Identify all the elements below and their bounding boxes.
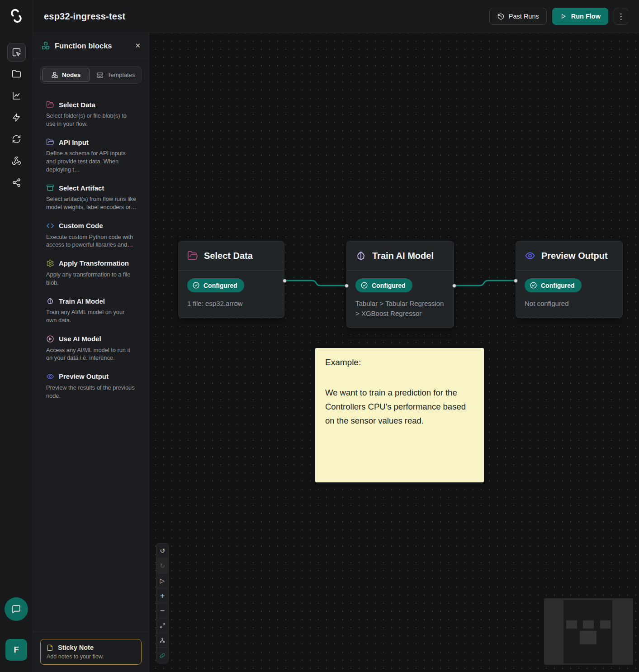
tab-nodes[interactable]: Nodes — [42, 68, 90, 82]
tab-templates-label: Templates — [107, 71, 135, 78]
handle-trainmodel-output[interactable] — [452, 284, 456, 288]
minimap[interactable] — [544, 598, 633, 665]
redo-button[interactable]: ↻ — [156, 558, 168, 573]
chat-button[interactable] — [5, 597, 28, 621]
check-circle-icon — [360, 281, 368, 289]
rail-item-share[interactable] — [7, 173, 26, 192]
node-train-ai-model[interactable]: Train AI Model Configured Tabular > Tabu… — [346, 241, 454, 328]
code-icon — [46, 222, 54, 230]
sticky-note-name: Sticky Note — [58, 644, 94, 651]
status-badge-label: Configured — [204, 282, 237, 289]
flow-title: esp32-ingress-test — [44, 11, 125, 22]
block-desc: Execute custom Python code with access t… — [46, 233, 137, 249]
block-apply-transformation[interactable]: Apply Transformation Apply any transform… — [46, 259, 141, 286]
canvas-sticky-note[interactable]: Example: We want to train a prediction f… — [315, 348, 484, 482]
block-name: Train AI Model — [59, 297, 105, 305]
node-body: Configured Not configured — [516, 271, 622, 318]
edge-trainmodel-previewoutput[interactable] — [454, 281, 516, 286]
block-desc: Select artifact(s) from flow runs like m… — [46, 195, 137, 211]
block-desc: Access any AI/ML model to run it on your… — [46, 346, 137, 362]
node-detail: Not configured — [525, 299, 614, 309]
zap-icon — [12, 113, 21, 122]
check-circle-icon — [530, 281, 537, 289]
status-badge-label: Configured — [541, 282, 575, 289]
run-flow-label: Run Flow — [571, 13, 601, 20]
node-header: Select Data — [179, 241, 284, 271]
past-runs-label: Past Runs — [509, 13, 539, 20]
block-use-ai-model[interactable]: Use AI Model Access any AI/ML model to r… — [46, 335, 141, 362]
auto-layout-button[interactable] — [156, 633, 168, 648]
rail-item-files[interactable] — [7, 65, 26, 83]
handle-trainmodel-input[interactable] — [345, 284, 349, 288]
minimap-node — [600, 620, 611, 629]
rail-item-metrics[interactable] — [7, 86, 26, 105]
topbar: esp32-ingress-test Past Runs Run Flow ⋮ — [33, 0, 639, 33]
undo-button[interactable]: ↺ — [156, 543, 168, 558]
node-body: Configured 1 file: esp32.arrow — [179, 271, 284, 318]
tab-nodes-label: Nodes — [62, 71, 80, 78]
minimap-node — [566, 620, 577, 629]
refresh-icon — [12, 134, 21, 144]
block-api-input[interactable]: API Input Define a schema for API inputs… — [46, 138, 141, 173]
more-options-button[interactable]: ⋮ — [614, 8, 628, 25]
eye-icon — [46, 372, 54, 381]
fit-view-button[interactable] — [156, 618, 168, 633]
sticky-note-block[interactable]: Sticky Note Add notes to your flow. — [40, 639, 142, 665]
handle-previewoutput-input[interactable] — [514, 279, 518, 283]
share-icon — [12, 178, 21, 187]
block-select-artifact[interactable]: Select Artifact Select artifact(s) from … — [46, 184, 141, 211]
block-select-data[interactable]: Select Data Select folder(s) or file blo… — [46, 100, 141, 128]
handle-selectdata-output[interactable] — [283, 279, 287, 283]
topbar-actions: Past Runs Run Flow ⋮ — [489, 8, 628, 25]
node-title: Preview Output — [541, 251, 608, 261]
brain-icon — [355, 250, 366, 261]
blocks-icon — [51, 71, 58, 79]
folder-open-icon — [46, 138, 54, 146]
archive-icon — [46, 184, 54, 192]
hierarchy-icon — [159, 637, 166, 643]
brain-icon — [46, 297, 54, 305]
zoom-in-button[interactable]: + — [156, 588, 168, 603]
avatar-initial: F — [14, 645, 19, 655]
zoom-out-button[interactable]: − — [156, 603, 168, 618]
canvas-toolbar: ↺ ↻ ▷ + − — [156, 543, 169, 663]
logo-icon — [9, 8, 24, 24]
left-rail: F — [0, 0, 33, 672]
check-circle-icon — [192, 281, 200, 289]
flow-canvas[interactable]: Select Data Configured 1 file: esp32.arr… — [149, 33, 639, 672]
rail-item-triggers[interactable] — [7, 108, 26, 127]
rail-item-webhooks[interactable] — [7, 152, 26, 170]
tab-templates[interactable]: Templates — [92, 68, 140, 82]
panel-title: Function blocks — [55, 42, 112, 50]
node-title: Train AI Model — [372, 251, 434, 261]
link-icon — [159, 653, 166, 659]
sticky-note-desc: Add notes to your flow. — [47, 653, 135, 660]
node-detail: 1 file: esp32.arrow — [187, 299, 275, 309]
node-detail: Tabular > Tabular Regression > XGBoost R… — [355, 299, 445, 319]
panel-close-button[interactable]: ✕ — [135, 42, 141, 50]
play-icon — [560, 13, 567, 20]
folder-open-icon — [187, 250, 198, 261]
past-runs-button[interactable]: Past Runs — [489, 8, 547, 25]
block-name: Select Artifact — [59, 184, 104, 192]
block-name: Apply Transformation — [59, 259, 129, 267]
node-select-data[interactable]: Select Data Configured 1 file: esp32.arr… — [178, 241, 284, 318]
block-train-ai-model[interactable]: Train AI Model Train any AI/ML model on … — [46, 297, 141, 324]
edge-selectdata-trainmodel[interactable] — [284, 281, 346, 286]
user-avatar[interactable]: F — [5, 639, 27, 661]
run-button[interactable]: ▷ — [156, 573, 168, 588]
rail-item-sync[interactable] — [7, 130, 26, 148]
run-flow-button[interactable]: Run Flow — [552, 8, 608, 25]
block-desc: Select folder(s) or file blob(s) to use … — [46, 112, 137, 128]
block-list: Select Data Select folder(s) or file blo… — [33, 84, 149, 400]
block-custom-code[interactable]: Custom Code Execute custom Python code w… — [46, 222, 141, 249]
play-circle-icon — [46, 335, 54, 343]
node-preview-output[interactable]: Preview Output Configured Not configured — [516, 241, 623, 318]
link-mode-button[interactable] — [156, 648, 168, 663]
status-badge: Configured — [355, 278, 412, 292]
rail-item-flow-editor[interactable] — [7, 43, 26, 62]
block-name: Use AI Model — [59, 335, 101, 343]
app-logo[interactable] — [7, 6, 26, 25]
panel-bottom: Sticky Note Add notes to your flow. — [33, 632, 149, 672]
block-preview-output[interactable]: Preview Output Preview the results of th… — [46, 372, 141, 400]
